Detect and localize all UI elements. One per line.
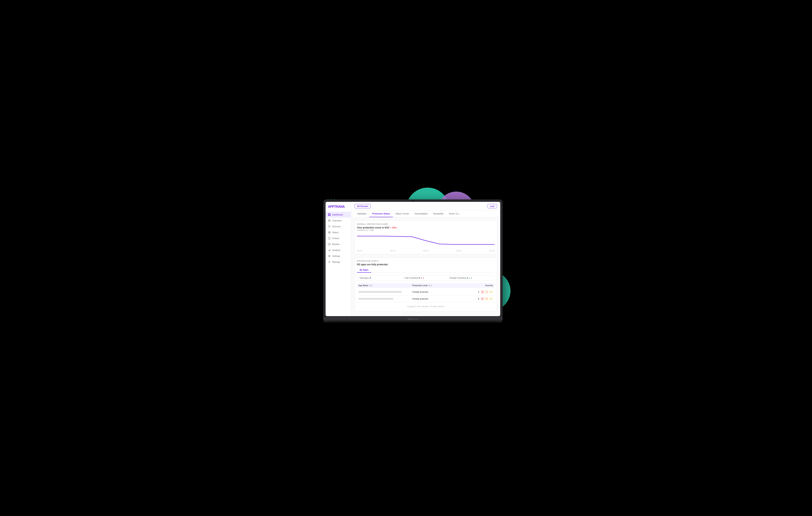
tab-protection-status[interactable]: Protection Status <box>369 210 393 217</box>
score-section-title: OVERALL PROTECTION SCORE <box>357 223 494 225</box>
chart-section: OVERALL PROTECTION SCORE Your protection… <box>354 221 497 254</box>
nav-tabs: Highlights Protection Status Attack Tren… <box>351 210 500 218</box>
severity-cell-2: 3 0 3 0 <box>466 297 493 300</box>
discover-icon <box>328 225 331 228</box>
protection-section: PROTECTION LEVELS 0/2 apps are fully pro… <box>354 257 497 312</box>
manage-icon <box>328 261 331 263</box>
sev-red-1: 0 <box>481 290 484 294</box>
score-arrow: ▼ <box>390 227 392 229</box>
col-header-severity: Severity <box>466 284 493 287</box>
protection-level-cell-2: Partially protected <box>412 298 466 300</box>
analysis-icon <box>328 249 331 252</box>
svg-point-12 <box>328 231 330 233</box>
chart-label-1: Jun 22 <box>390 250 395 252</box>
sidebar-item-monitor[interactable]: Monitor <box>326 241 351 247</box>
sidebar-label-settings: Settings <box>332 255 340 257</box>
svg-rect-17 <box>329 250 329 251</box>
stats-row: Total Apps: 2 Fully Protected: 0 ▼ 1 <box>357 275 494 281</box>
svg-rect-3 <box>328 213 329 214</box>
laptop-base <box>323 317 502 321</box>
col-header-protection-level: Protection Level ⇅ ▽ <box>412 284 466 287</box>
app-name-blur-2 <box>358 298 394 299</box>
partially-protected-arrow: ▲ <box>468 277 471 279</box>
main-content: All Domain Last Highlights Protection St… <box>351 202 500 316</box>
content-area: OVERALL PROTECTION SCORE Your protection… <box>351 218 500 316</box>
app-name-cell-2 <box>358 298 412 299</box>
sub-tabs: By Apps <box>357 267 494 273</box>
chart-label-4: Jun 25 <box>489 250 494 252</box>
svg-rect-16 <box>328 250 329 251</box>
protection-section-title: PROTECTION LEVELS <box>357 260 388 262</box>
screen: APPTRANA Dashboard <box>326 202 500 316</box>
sidebar-item-dashboard[interactable]: Dashboard <box>326 212 351 218</box>
col-header-app-name: App Name ⇅ ▽ <box>358 284 412 287</box>
svg-line-11 <box>330 227 330 227</box>
last-button[interactable]: Last <box>487 204 497 208</box>
footer-text: Copyright © 2024 Indusface. All rights r… <box>357 306 494 309</box>
sidebar-item-overview[interactable]: Overview <box>326 218 351 224</box>
app-name-blur-1 <box>358 291 402 293</box>
svg-point-20 <box>329 262 330 262</box>
chart-area <box>357 233 494 249</box>
app-name-cell-1 <box>358 291 412 293</box>
chart-label-2: Jun 23 <box>423 250 428 252</box>
chart-label-0: Jun 21 <box>357 250 362 252</box>
stat-fully-protected: Fully Protected: 0 ▼ 1 <box>402 277 447 279</box>
detect-icon <box>328 231 331 234</box>
svg-rect-5 <box>328 215 329 216</box>
svg-rect-14 <box>328 243 330 245</box>
svg-rect-4 <box>329 213 330 214</box>
tab-attack-trends[interactable]: Attack Trends <box>393 210 411 217</box>
sev-num-1: 1 <box>478 291 479 293</box>
stat-partially-protected: Partially Protected: 2 ▲ 1 <box>447 277 492 279</box>
sev-num-2: 3 <box>478 298 479 300</box>
table-header: App Name ⇅ ▽ Protection Level ⇅ ▽ Severi… <box>357 283 494 288</box>
svg-rect-6 <box>329 215 330 216</box>
sidebar-label-analysis: Analysis <box>332 249 340 251</box>
laptop-frame: APPTRANA Dashboard <box>323 199 502 318</box>
dashboard-icon <box>328 213 331 216</box>
settings-icon <box>328 255 331 257</box>
table-row: Partially protected 1 0 1 0 <box>357 289 494 295</box>
sidebar-label-overview: Overview <box>332 219 341 222</box>
tab-highlights[interactable]: Highlights <box>354 210 369 217</box>
laptop-notch <box>412 200 414 201</box>
score-text: Your protection score is 5/10 ▼ 66% <box>357 226 494 229</box>
score-percent: 66% <box>392 226 397 229</box>
stat-total-apps: Total Apps: 2 <box>359 277 402 279</box>
sub-tab-by-apps[interactable]: By Apps <box>357 267 371 273</box>
monitor-icon <box>328 243 331 246</box>
tab-bandwidth[interactable]: Bandwidth <box>431 210 446 217</box>
sidebar-item-discover[interactable]: Discover <box>326 224 351 229</box>
protection-level-cell-1: Partially protected <box>412 291 466 293</box>
svg-point-19 <box>329 256 330 256</box>
sev-red-2: 0 <box>481 297 484 300</box>
chart-labels: Jun 21 Jun 22 Jun 23 Jun 24 Jun 25 <box>357 250 494 252</box>
apps-protected-text: 0/2 apps are fully protected. <box>357 263 388 266</box>
fully-protected-arrow: ▼ <box>420 277 423 279</box>
sidebar-item-detect[interactable]: Detect <box>326 229 351 235</box>
sidebar-item-manage[interactable]: Manage <box>326 259 351 265</box>
sev-orange-2: 3 <box>485 297 489 300</box>
tab-vulnerabilities[interactable]: Vulnerabilities <box>412 210 431 217</box>
protection-level-filter-icon[interactable]: ⇅ ▽ <box>429 285 432 287</box>
domain-button[interactable]: All Domain <box>354 204 371 208</box>
sidebar-item-protect[interactable]: Protect <box>326 235 351 241</box>
tab-action-ca[interactable]: Action Ca... <box>446 210 463 217</box>
sidebar-label-manage: Manage <box>332 261 340 263</box>
protect-icon <box>328 237 331 240</box>
app-logo: APPTRANA <box>326 205 351 212</box>
sidebar-label-protect: Protect <box>332 237 339 239</box>
sidebar-item-settings[interactable]: Settings <box>326 253 351 259</box>
protection-header: PROTECTION LEVELS 0/2 apps are fully pro… <box>357 260 494 266</box>
sidebar-label-dashboard: Dashboard <box>332 213 343 216</box>
app-name-filter-icon[interactable]: ⇅ ▽ <box>369 285 372 287</box>
sidebar-item-analysis[interactable]: Analysis <box>326 247 351 253</box>
sev-yellow-2: 0 <box>489 297 493 300</box>
svg-point-13 <box>329 232 330 233</box>
overview-icon <box>328 219 331 222</box>
sidebar: APPTRANA Dashboard <box>326 202 351 316</box>
score-compared: compared to 7 days <box>357 229 494 231</box>
sev-orange-1: 1 <box>485 290 489 294</box>
sev-yellow-1: 0 <box>489 290 493 294</box>
